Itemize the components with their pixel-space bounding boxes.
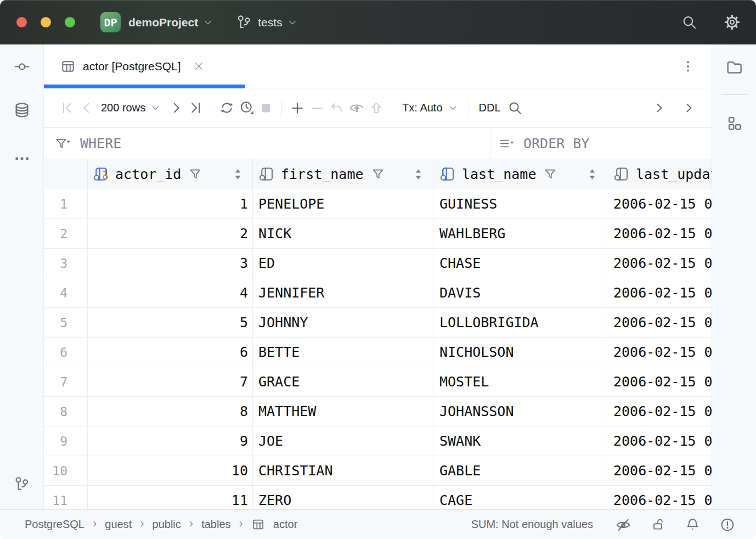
row-number[interactable]: 5	[44, 308, 88, 337]
cell-last-name[interactable]: DAVIS	[433, 278, 607, 307]
cell-last-name[interactable]: CAGE	[433, 486, 607, 509]
row-number[interactable]: 2	[44, 219, 88, 248]
cell-last-name[interactable]: GUINESS	[433, 189, 607, 218]
cell-actor-id[interactable]: 3	[88, 249, 253, 278]
cell-first-name[interactable]: ZERO	[253, 486, 433, 509]
database-tool-icon[interactable]	[13, 101, 31, 119]
hide-toolbar-chevron-icon[interactable]	[679, 99, 698, 117]
next-page-button[interactable]	[166, 99, 185, 117]
cell-last-update[interactable]: 2006-02-15 0	[607, 249, 712, 278]
cell-actor-id[interactable]: 8	[88, 397, 253, 426]
close-tab-icon[interactable]	[193, 60, 205, 72]
column-sort-icon[interactable]	[234, 168, 241, 181]
cell-first-name[interactable]: JOHNNY	[253, 308, 433, 337]
search-everywhere-icon[interactable]	[681, 14, 697, 30]
cell-first-name[interactable]: MATTHEW	[253, 397, 433, 426]
cell-last-update[interactable]: 2006-02-15 0	[607, 397, 712, 426]
branch-chevron-down-icon[interactable]	[286, 16, 298, 29]
cell-last-update[interactable]: 2006-02-15 0	[607, 367, 712, 396]
schedule-refresh-clock-icon[interactable]	[236, 99, 256, 117]
unlocked-padlock-icon[interactable]	[650, 516, 666, 532]
column-header-first-name[interactable]: first_name	[253, 159, 433, 189]
cell-last-name[interactable]: MOSTEL	[433, 367, 607, 396]
cell-first-name[interactable]: ED	[253, 249, 433, 278]
cell-actor-id[interactable]: 11	[88, 486, 253, 509]
tab-options-kebab-icon[interactable]	[681, 59, 695, 74]
minimize-window-button[interactable]	[41, 17, 51, 27]
cell-actor-id[interactable]: 2	[88, 219, 253, 248]
zoom-window-button[interactable]	[65, 17, 75, 27]
row-number[interactable]: 8	[44, 397, 88, 426]
more-tools-icon[interactable]	[14, 150, 30, 167]
cell-last-name[interactable]: GABLE	[433, 456, 607, 485]
column-filter-icon[interactable]	[188, 167, 202, 181]
row-number[interactable]: 10	[44, 456, 88, 485]
cell-first-name[interactable]: PENELOPE	[253, 189, 433, 218]
last-page-button[interactable]	[185, 99, 205, 117]
cell-last-update[interactable]: 2006-02-15 0	[607, 308, 712, 337]
row-number[interactable]: 11	[44, 486, 88, 509]
row-number[interactable]: 6	[44, 338, 88, 367]
project-chevron-down-icon[interactable]	[202, 16, 214, 29]
settings-gear-icon[interactable]	[724, 14, 741, 31]
cell-actor-id[interactable]: 1	[88, 189, 253, 218]
cell-last-name[interactable]: LOLLOBRIGIDA	[433, 308, 607, 337]
cell-first-name[interactable]: GRACE	[253, 367, 433, 396]
project-files-folder-icon[interactable]	[725, 58, 743, 76]
ddl-button[interactable]: DDL	[479, 102, 501, 114]
column-filter-icon[interactable]	[543, 167, 557, 181]
cell-actor-id[interactable]: 9	[88, 426, 253, 456]
close-window-button[interactable]	[16, 17, 27, 27]
cell-last-update[interactable]: 2006-02-15 0	[607, 189, 712, 218]
cell-first-name[interactable]: JOE	[253, 426, 433, 456]
column-filter-icon[interactable]	[371, 167, 385, 181]
structure-tool-icon[interactable]	[726, 115, 743, 132]
row-number[interactable]: 4	[44, 278, 88, 307]
breadcrumb-item-table[interactable]: actor	[273, 518, 297, 531]
cell-last-name[interactable]: WAHLBERG	[433, 219, 607, 248]
breadcrumb-item-schema[interactable]: public	[153, 518, 181, 531]
git-tool-icon[interactable]	[13, 476, 30, 493]
cell-actor-id[interactable]: 5	[88, 308, 253, 337]
aggregate-view-eye-slash-icon[interactable]	[615, 516, 631, 533]
cell-last-update[interactable]: 2006-02-15 0	[607, 426, 712, 456]
toolbar-overflow-chevron-icon[interactable]	[649, 99, 669, 117]
cell-last-update[interactable]: 2006-02-15 0	[607, 219, 712, 248]
cell-first-name[interactable]: NICK	[253, 219, 433, 248]
commit-tool-icon[interactable]	[13, 58, 30, 75]
first-page-button[interactable]	[57, 99, 77, 117]
column-sort-icon[interactable]	[589, 168, 596, 181]
cell-actor-id[interactable]: 10	[88, 456, 253, 485]
breadcrumb-item-tables[interactable]: tables	[201, 518, 230, 531]
cell-last-update[interactable]: 2006-02-15 0	[607, 456, 712, 485]
breadcrumb-item-database[interactable]: guest	[105, 518, 132, 531]
find-in-grid-icon[interactable]	[505, 99, 525, 117]
cell-actor-id[interactable]: 4	[88, 278, 253, 307]
page-size-selector[interactable]: 200 rows	[101, 102, 161, 114]
column-sort-icon[interactable]	[415, 168, 422, 181]
branch-name[interactable]: tests	[258, 16, 282, 29]
cell-last-update[interactable]: 2006-02-15 0	[607, 278, 712, 307]
row-number[interactable]: 9	[44, 426, 88, 456]
transaction-mode-selector[interactable]: Tx: Auto	[402, 102, 458, 114]
notifications-bell-icon[interactable]	[685, 516, 701, 532]
cell-last-name[interactable]: NICHOLSON	[433, 338, 607, 367]
add-row-button[interactable]	[287, 99, 307, 117]
row-number[interactable]: 1	[44, 189, 88, 218]
cell-actor-id[interactable]: 7	[88, 367, 253, 396]
cell-actor-id[interactable]: 6	[88, 338, 253, 367]
where-filter-input[interactable]: WHERE	[44, 128, 490, 159]
order-by-input[interactable]: ORDER BY	[490, 128, 712, 159]
refresh-icon[interactable]	[217, 99, 236, 117]
cell-last-name[interactable]: JOHANSSON	[433, 397, 607, 426]
cell-first-name[interactable]: CHRISTIAN	[253, 456, 433, 485]
column-header-actor-id[interactable]: actor_id	[88, 159, 253, 189]
previous-page-button[interactable]	[77, 99, 97, 117]
cell-first-name[interactable]: JENNIFER	[253, 278, 433, 307]
column-header-last-update[interactable]: last_update	[607, 159, 712, 189]
cell-last-name[interactable]: SWANK	[433, 426, 607, 456]
column-header-last-name[interactable]: last_name	[433, 159, 607, 189]
row-number[interactable]: 7	[44, 367, 88, 396]
cell-last-name[interactable]: CHASE	[433, 249, 607, 278]
project-name[interactable]: demoProject	[128, 16, 198, 29]
